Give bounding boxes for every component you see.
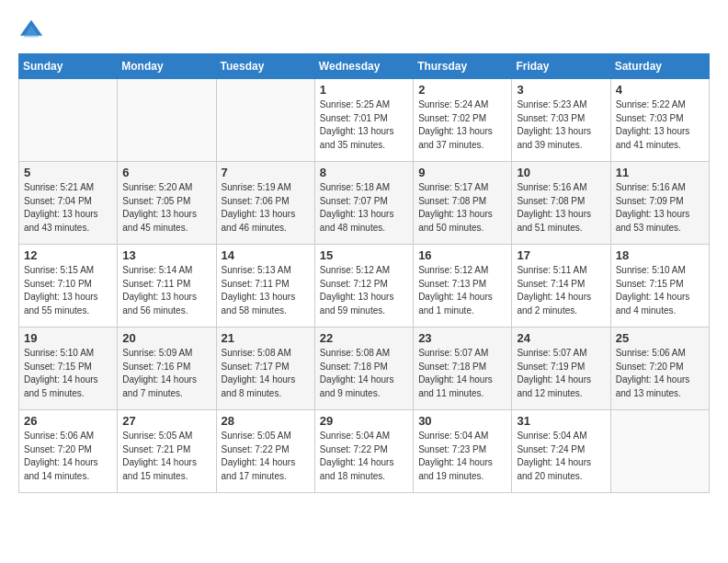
day-info: Sunrise: 5:11 AM Sunset: 7:14 PM Dayligh… (517, 264, 605, 317)
day-number: 22 (320, 331, 408, 345)
calendar-cell (216, 79, 314, 162)
calendar-week-5: 26Sunrise: 5:06 AM Sunset: 7:20 PM Dayli… (19, 410, 710, 493)
day-info: Sunrise: 5:04 AM Sunset: 7:24 PM Dayligh… (517, 430, 605, 483)
calendar-cell: 19Sunrise: 5:10 AM Sunset: 7:15 PM Dayli… (19, 327, 118, 410)
calendar-cell: 8Sunrise: 5:18 AM Sunset: 7:07 PM Daylig… (314, 162, 413, 245)
calendar-cell: 27Sunrise: 5:05 AM Sunset: 7:21 PM Dayli… (118, 410, 216, 493)
day-number: 28 (222, 414, 310, 428)
day-header-tuesday: Tuesday (216, 54, 314, 79)
day-number: 21 (222, 331, 310, 345)
day-number: 26 (24, 414, 112, 428)
calendar-cell: 13Sunrise: 5:14 AM Sunset: 7:11 PM Dayli… (118, 245, 216, 327)
calendar-cell: 20Sunrise: 5:09 AM Sunset: 7:16 PM Dayli… (118, 327, 216, 410)
day-info: Sunrise: 5:15 AM Sunset: 7:10 PM Dayligh… (24, 264, 112, 317)
day-info: Sunrise: 5:16 AM Sunset: 7:09 PM Dayligh… (616, 181, 704, 235)
calendar-cell: 24Sunrise: 5:07 AM Sunset: 7:19 PM Dayli… (512, 327, 610, 410)
day-info: Sunrise: 5:08 AM Sunset: 7:18 PM Dayligh… (320, 347, 408, 400)
day-number: 14 (222, 248, 310, 262)
day-info: Sunrise: 5:05 AM Sunset: 7:22 PM Dayligh… (222, 430, 310, 483)
day-number: 27 (122, 414, 210, 428)
day-header-wednesday: Wednesday (314, 54, 413, 79)
day-info: Sunrise: 5:07 AM Sunset: 7:19 PM Dayligh… (517, 347, 605, 400)
day-number: 15 (320, 248, 408, 262)
day-info: Sunrise: 5:12 AM Sunset: 7:13 PM Dayligh… (418, 264, 506, 317)
calendar-cell: 17Sunrise: 5:11 AM Sunset: 7:14 PM Dayli… (512, 245, 610, 327)
day-info: Sunrise: 5:25 AM Sunset: 7:01 PM Dayligh… (320, 98, 408, 152)
day-info: Sunrise: 5:09 AM Sunset: 7:16 PM Dayligh… (122, 347, 210, 400)
calendar-cell: 2Sunrise: 5:24 AM Sunset: 7:02 PM Daylig… (414, 79, 512, 162)
calendar-cell: 26Sunrise: 5:06 AM Sunset: 7:20 PM Dayli… (19, 410, 118, 493)
day-number: 8 (320, 166, 408, 179)
day-number: 7 (222, 166, 310, 179)
day-info: Sunrise: 5:05 AM Sunset: 7:21 PM Dayligh… (122, 430, 210, 483)
day-number: 29 (320, 414, 408, 428)
day-number: 16 (418, 248, 506, 262)
day-number: 23 (418, 331, 506, 345)
page-header (18, 18, 710, 44)
calendar-week-4: 19Sunrise: 5:10 AM Sunset: 7:15 PM Dayli… (19, 327, 710, 410)
day-info: Sunrise: 5:24 AM Sunset: 7:02 PM Dayligh… (418, 98, 506, 152)
day-info: Sunrise: 5:06 AM Sunset: 7:20 PM Dayligh… (616, 347, 704, 400)
day-info: Sunrise: 5:14 AM Sunset: 7:11 PM Dayligh… (122, 264, 210, 317)
day-info: Sunrise: 5:04 AM Sunset: 7:22 PM Dayligh… (320, 430, 408, 483)
day-info: Sunrise: 5:22 AM Sunset: 7:03 PM Dayligh… (616, 98, 704, 152)
day-number: 25 (616, 331, 704, 345)
day-info: Sunrise: 5:17 AM Sunset: 7:08 PM Dayligh… (418, 181, 506, 235)
calendar-cell: 7Sunrise: 5:19 AM Sunset: 7:06 PM Daylig… (216, 162, 314, 245)
day-number: 1 (320, 83, 408, 97)
calendar-week-2: 5Sunrise: 5:21 AM Sunset: 7:04 PM Daylig… (19, 162, 710, 245)
calendar-cell: 25Sunrise: 5:06 AM Sunset: 7:20 PM Dayli… (610, 327, 709, 410)
day-header-saturday: Saturday (610, 54, 709, 79)
calendar-week-1: 1Sunrise: 5:25 AM Sunset: 7:01 PM Daylig… (19, 79, 710, 162)
day-number: 20 (122, 331, 210, 345)
logo (18, 18, 48, 44)
calendar-cell: 6Sunrise: 5:20 AM Sunset: 7:05 PM Daylig… (118, 162, 216, 245)
calendar-cell: 21Sunrise: 5:08 AM Sunset: 7:17 PM Dayli… (216, 327, 314, 410)
day-header-sunday: Sunday (19, 54, 118, 79)
calendar-cell: 11Sunrise: 5:16 AM Sunset: 7:09 PM Dayli… (610, 162, 709, 245)
day-number: 10 (517, 166, 605, 179)
calendar-cell (118, 79, 216, 162)
day-number: 18 (616, 248, 704, 262)
calendar-cell: 31Sunrise: 5:04 AM Sunset: 7:24 PM Dayli… (512, 410, 610, 493)
calendar-cell: 30Sunrise: 5:04 AM Sunset: 7:23 PM Dayli… (414, 410, 512, 493)
day-header-friday: Friday (512, 54, 610, 79)
logo-icon (18, 18, 44, 44)
day-number: 5 (24, 166, 112, 179)
header-row: SundayMondayTuesdayWednesdayThursdayFrid… (19, 54, 710, 79)
calendar-cell: 29Sunrise: 5:04 AM Sunset: 7:22 PM Dayli… (314, 410, 413, 493)
calendar-table: SundayMondayTuesdayWednesdayThursdayFrid… (18, 53, 710, 493)
day-number: 3 (517, 83, 605, 97)
day-number: 24 (517, 331, 605, 345)
day-info: Sunrise: 5:12 AM Sunset: 7:12 PM Dayligh… (320, 264, 408, 317)
day-info: Sunrise: 5:06 AM Sunset: 7:20 PM Dayligh… (24, 430, 112, 483)
day-info: Sunrise: 5:19 AM Sunset: 7:06 PM Dayligh… (222, 181, 310, 235)
day-info: Sunrise: 5:23 AM Sunset: 7:03 PM Dayligh… (517, 98, 605, 152)
calendar-cell (610, 410, 709, 493)
day-info: Sunrise: 5:20 AM Sunset: 7:05 PM Dayligh… (122, 181, 210, 235)
calendar-cell: 15Sunrise: 5:12 AM Sunset: 7:12 PM Dayli… (314, 245, 413, 327)
calendar-cell: 12Sunrise: 5:15 AM Sunset: 7:10 PM Dayli… (19, 245, 118, 327)
day-header-monday: Monday (118, 54, 216, 79)
day-info: Sunrise: 5:08 AM Sunset: 7:17 PM Dayligh… (222, 347, 310, 400)
day-number: 13 (122, 248, 210, 262)
day-info: Sunrise: 5:18 AM Sunset: 7:07 PM Dayligh… (320, 181, 408, 235)
day-info: Sunrise: 5:10 AM Sunset: 7:15 PM Dayligh… (616, 264, 704, 317)
calendar-cell: 14Sunrise: 5:13 AM Sunset: 7:11 PM Dayli… (216, 245, 314, 327)
day-number: 31 (517, 414, 605, 428)
calendar-cell: 10Sunrise: 5:16 AM Sunset: 7:08 PM Dayli… (512, 162, 610, 245)
day-number: 30 (418, 414, 506, 428)
day-number: 4 (616, 83, 704, 97)
day-info: Sunrise: 5:21 AM Sunset: 7:04 PM Dayligh… (24, 181, 112, 235)
calendar-cell (19, 79, 118, 162)
day-info: Sunrise: 5:07 AM Sunset: 7:18 PM Dayligh… (418, 347, 506, 400)
day-info: Sunrise: 5:10 AM Sunset: 7:15 PM Dayligh… (24, 347, 112, 400)
day-number: 19 (24, 331, 112, 345)
calendar-cell: 9Sunrise: 5:17 AM Sunset: 7:08 PM Daylig… (414, 162, 512, 245)
calendar-cell: 5Sunrise: 5:21 AM Sunset: 7:04 PM Daylig… (19, 162, 118, 245)
day-info: Sunrise: 5:13 AM Sunset: 7:11 PM Dayligh… (222, 264, 310, 317)
calendar-cell: 16Sunrise: 5:12 AM Sunset: 7:13 PM Dayli… (414, 245, 512, 327)
day-number: 2 (418, 83, 506, 97)
calendar-cell: 4Sunrise: 5:22 AM Sunset: 7:03 PM Daylig… (610, 79, 709, 162)
calendar-cell: 28Sunrise: 5:05 AM Sunset: 7:22 PM Dayli… (216, 410, 314, 493)
